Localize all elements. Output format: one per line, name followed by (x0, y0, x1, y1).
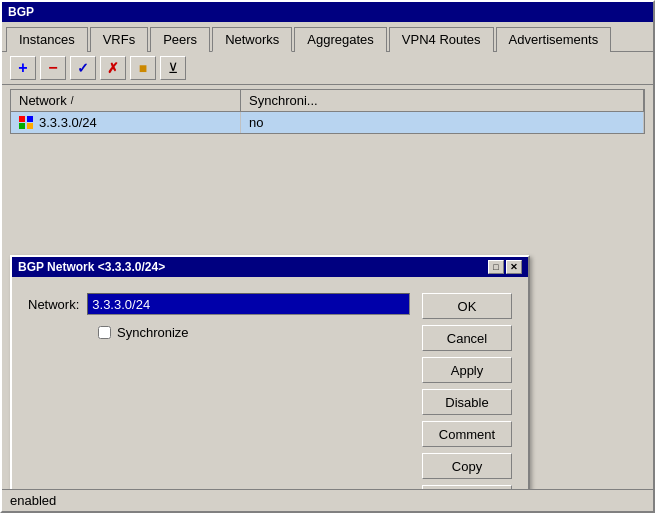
square-icon: ■ (139, 60, 147, 76)
cross-button[interactable]: ✗ (100, 56, 126, 80)
synchronize-row: Synchronize (98, 325, 410, 340)
column-header-synchronize: Synchroni... (241, 90, 644, 111)
main-content: Network / Synchroni... 3.3.3.0/24 (2, 85, 653, 489)
filter-icon: ⊻ (168, 60, 178, 76)
ok-button[interactable]: OK (422, 293, 512, 319)
dialog-title-buttons: □ ✕ (488, 260, 522, 274)
cancel-button[interactable]: Cancel (422, 325, 512, 351)
remove-button[interactable]: − (40, 56, 66, 80)
square-button[interactable]: ■ (130, 56, 156, 80)
sort-arrow: / (71, 95, 74, 106)
synchronize-label: Synchronize (117, 325, 189, 340)
dialog-minimize-button[interactable]: □ (488, 260, 504, 274)
tab-peers[interactable]: Peers (150, 27, 210, 52)
add-button[interactable]: + (10, 56, 36, 80)
remove-icon: − (48, 59, 57, 77)
status-bar: enabled (2, 489, 653, 511)
toolbar: + − ✓ ✗ ■ ⊻ (2, 52, 653, 85)
tab-instances[interactable]: Instances (6, 27, 88, 52)
cell-synchronize: no (241, 112, 644, 133)
tab-vrfs[interactable]: VRFs (90, 27, 149, 52)
copy-button[interactable]: Copy (422, 453, 512, 479)
comment-button[interactable]: Comment (422, 421, 512, 447)
tab-bar: Instances VRFs Peers Networks Aggregates… (2, 22, 653, 52)
network-label: Network: (28, 297, 79, 312)
dialog-close-button[interactable]: ✕ (506, 260, 522, 274)
remove-button-dialog[interactable]: Remove (422, 485, 512, 489)
network-table: Network / Synchroni... 3.3.3.0/24 (10, 89, 645, 134)
dialog-buttons: OK Cancel Apply Disable Comment (422, 293, 512, 489)
title-bar: BGP (2, 2, 653, 22)
dialog-title-bar: BGP Network <3.3.3.0/24> □ ✕ (12, 257, 528, 277)
dialog-content: Network: Synchronize OK Cancel (12, 277, 528, 489)
disable-button[interactable]: Disable (422, 389, 512, 415)
check-button[interactable]: ✓ (70, 56, 96, 80)
tab-networks[interactable]: Networks (212, 27, 292, 52)
dialog-title-text: BGP Network <3.3.3.0/24> (18, 260, 165, 274)
network-field-row: Network: (28, 293, 410, 315)
table-row[interactable]: 3.3.3.0/24 no (11, 112, 644, 133)
dialog-form: Network: Synchronize (28, 293, 410, 489)
status-text: enabled (10, 493, 56, 508)
cross-icon: ✗ (107, 60, 119, 76)
network-icon (19, 116, 33, 130)
check-icon: ✓ (77, 60, 89, 76)
window-title: BGP (8, 5, 34, 19)
synchronize-checkbox[interactable] (98, 326, 111, 339)
tab-vpn4-routes[interactable]: VPN4 Routes (389, 27, 494, 52)
apply-button[interactable]: Apply (422, 357, 512, 383)
main-window: BGP Instances VRFs Peers Networks Aggreg… (0, 0, 655, 513)
tab-advertisements[interactable]: Advertisements (496, 27, 612, 52)
filter-button[interactable]: ⊻ (160, 56, 186, 80)
table-header: Network / Synchroni... (11, 90, 644, 112)
add-icon: + (18, 59, 27, 77)
bgp-network-dialog: BGP Network <3.3.3.0/24> □ ✕ Network: (10, 255, 530, 489)
network-input[interactable] (87, 293, 410, 315)
cell-network: 3.3.3.0/24 (11, 112, 241, 133)
tab-aggregates[interactable]: Aggregates (294, 27, 387, 52)
column-header-network: Network / (11, 90, 241, 111)
